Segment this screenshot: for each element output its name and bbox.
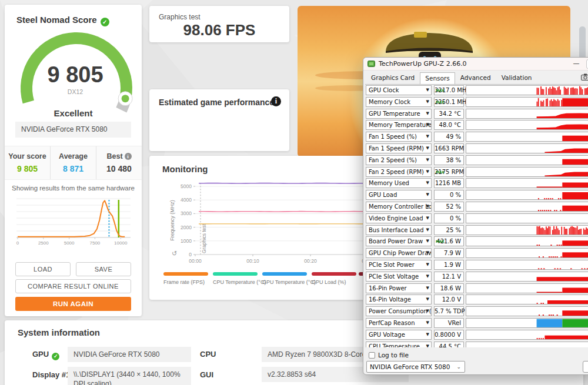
gpuz-titlebar[interactable]: TechPowerUp GPU-Z 2.66.0 —: [363, 58, 588, 71]
gpuz-tab-sensors[interactable]: Sensors: [420, 72, 455, 85]
sensor-value: MAX421.6 W: [434, 236, 464, 246]
legend-color-bar: [312, 272, 356, 276]
estimated-title: Estimated game performance: [159, 98, 274, 107]
sensor-row: GPU Load▼0 %: [363, 190, 588, 200]
svg-text:1000: 1000: [181, 238, 192, 244]
sensor-select-gpu-clock[interactable]: GPU Clock▼: [366, 85, 432, 95]
sensor-select-pcie-slot-voltage[interactable]: PCIe Slot Voltage▼: [366, 272, 432, 282]
max-flag: MAX: [436, 237, 444, 246]
sensor-graph: [466, 178, 588, 188]
sensor-select-gpu-temperature[interactable]: GPU Temperature▼: [366, 109, 432, 119]
checkbox-icon[interactable]: [369, 352, 375, 359]
sensor-select-memory-temperature[interactable]: Memory Temperature▼: [366, 120, 432, 130]
sensor-value: 44.5 °C: [434, 342, 464, 347]
gpu-select-dropdown[interactable]: NVIDIA GeForce RTX 5080 ⌄: [366, 361, 465, 373]
sensor-value: 0 %: [434, 213, 464, 223]
dropdown-arrow-icon: ▼: [426, 98, 429, 106]
sensor-select-fan-1-speed-[interactable]: Fan 1 Speed (%)▼: [366, 132, 432, 142]
compare-result-online-button[interactable]: COMPARE RESULT ONLINE: [15, 279, 131, 293]
sensor-value: 1663 RPM: [434, 143, 464, 153]
gpuz-app-icon: [368, 60, 375, 68]
dropdown-arrow-icon: ▼: [426, 86, 429, 95]
sensor-select-fan-2-speed-[interactable]: Fan 2 Speed (%)▼: [366, 155, 432, 165]
svg-text:Graphics test: Graphics test: [201, 223, 207, 253]
dropdown-arrow-icon: ▼: [426, 342, 429, 347]
log-to-file-checkbox[interactable]: Log to file: [369, 351, 409, 359]
sensor-row: PCIe Slot Power▼1.9 W: [363, 260, 588, 270]
dropdown-arrow-icon: ▼: [426, 190, 429, 199]
sensor-select-fan-2-speed-rpm-[interactable]: Fan 2 Speed (RPM)▼: [366, 167, 432, 177]
dropdown-arrow-icon: ▼: [426, 168, 429, 176]
chart-reset-icon[interactable]: ↺: [172, 250, 177, 257]
sensor-graph: [466, 272, 588, 282]
sensor-select-16-pin-power[interactable]: 16-Pin Power▼: [366, 283, 432, 293]
sensor-value: 0 %: [434, 190, 464, 200]
sensor-select-gpu-voltage[interactable]: GPU Voltage▼: [366, 330, 432, 340]
sensor-select-16-pin-voltage[interactable]: 16-Pin Voltage▼: [366, 294, 432, 304]
sensor-value: VRel: [434, 318, 464, 328]
sensor-graph: [466, 342, 588, 347]
legend-label: CPU Temperature (°C): [213, 279, 262, 285]
sensor-select-gpu-load[interactable]: GPU Load▼: [366, 190, 432, 200]
run-again-button[interactable]: RUN AGAIN: [15, 297, 131, 311]
max-flag: MAX: [436, 168, 444, 176]
sensor-value: MAX3217.0 MHz: [434, 85, 464, 95]
svg-text:3000: 3000: [181, 210, 192, 216]
svg-text:00:00: 00:00: [189, 258, 202, 264]
dropdown-arrow-icon: ▼: [426, 272, 429, 281]
sensor-select-cpu-temperature[interactable]: CPU Temperature▼: [366, 342, 432, 347]
max-flag: MAX: [436, 86, 444, 95]
sensor-select-perfcap-reason[interactable]: PerfCap Reason▼: [366, 318, 432, 328]
sensor-value: 12.1 V: [434, 272, 464, 282]
gpuz-tab-validation[interactable]: Validation: [496, 72, 537, 84]
sensor-row: CPU Temperature▼44.5 °C: [363, 342, 588, 347]
load-button[interactable]: LOAD: [15, 262, 71, 276]
sensor-select-bus-interface-load[interactable]: Bus Interface Load▼: [366, 225, 432, 235]
svg-text:00:10: 00:10: [246, 258, 259, 264]
gpuz-tab-advanced[interactable]: Advanced: [455, 72, 496, 84]
gpu-name-box: NVIDIA GeForce RTX 5080: [15, 122, 131, 138]
sensor-select-memory-clock[interactable]: Memory Clock▼: [366, 97, 432, 107]
svg-text:2500: 2500: [38, 240, 49, 246]
sensor-row: Board Power Draw▼MAX421.6 W: [363, 236, 588, 246]
sensor-select-memory-used[interactable]: Memory Used▼: [366, 178, 432, 188]
score-value: 9 805: [47, 62, 103, 87]
svg-text:0: 0: [189, 252, 192, 257]
partial-button[interactable]: [583, 361, 588, 373]
sensor-select-board-power-draw[interactable]: Board Power Draw▼: [366, 236, 432, 246]
sensor-select-video-engine-load[interactable]: Video Engine Load▼: [366, 213, 432, 223]
legend-item: GPU Load (%): [312, 272, 361, 285]
sensor-row: Video Engine Load▼0 %: [363, 213, 588, 223]
legend-item: Frame rate (FPS): [163, 272, 213, 285]
dropdown-arrow-icon: ▼: [426, 214, 429, 223]
graphics-test-panel: Graphics test 98.06 FPS: [149, 6, 289, 42]
dropdown-arrow-icon: ▼: [426, 237, 429, 246]
gpu-label: GPU✓: [32, 350, 59, 360]
minimize-icon[interactable]: —: [571, 58, 582, 71]
legend-color-bar: [262, 272, 307, 276]
sensor-value: 49 %: [434, 132, 464, 142]
sensor-select-fan-1-speed-rpm-[interactable]: Fan 1 Speed (RPM)▼: [366, 143, 432, 153]
sensor-select-memory-controller-load[interactable]: Memory Controller Load▼: [366, 202, 432, 212]
best-info-icon[interactable]: i: [125, 153, 132, 160]
legend-item: GPU Temperature (°C): [262, 272, 312, 285]
sensor-graph: [466, 132, 588, 142]
gui-label: GUI: [200, 370, 213, 379]
sensor-select-pcie-slot-power[interactable]: PCIe Slot Power▼: [366, 260, 432, 270]
sensor-graph: [466, 167, 588, 177]
gpuz-tab-graphics-card[interactable]: Graphics Card: [366, 72, 420, 84]
legend-label: GPU Temperature (°C): [262, 279, 312, 285]
dropdown-arrow-icon: ▼: [426, 226, 429, 235]
camera-icon[interactable]: [581, 73, 588, 81]
svg-text:4000: 4000: [181, 197, 192, 203]
svg-text:2000: 2000: [181, 225, 192, 230]
sensor-graph: [466, 155, 588, 165]
sensor-graph: [466, 283, 588, 293]
info-icon[interactable]: i: [271, 96, 281, 106]
sensor-graph: [466, 318, 588, 328]
dropdown-arrow-icon: ▼: [426, 295, 429, 304]
save-button[interactable]: SAVE: [76, 262, 131, 276]
sensor-row: GPU Temperature▼34.2 °C: [363, 109, 588, 119]
sensor-select-power-consumption-[interactable]: Power Consumption (%)▼: [366, 306, 432, 316]
sensor-select-gpu-chip-power-draw[interactable]: GPU Chip Power Draw▼: [366, 248, 432, 258]
